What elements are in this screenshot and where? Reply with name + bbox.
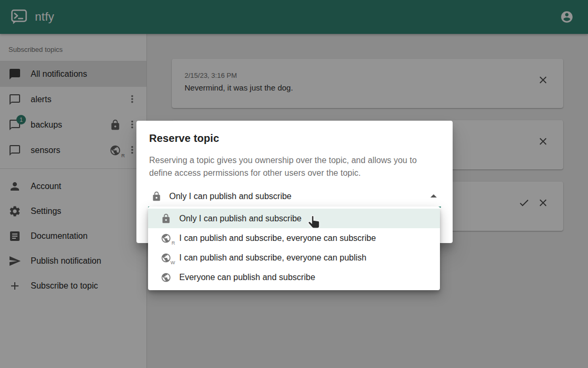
menu-item-label: Only I can publish and subscribe xyxy=(179,214,301,223)
menu-item-everyone-can-publish[interactable]: W I can publish and subscribe, everyone … xyxy=(148,248,440,267)
menu-item-everyone-can-publish-subscribe[interactable]: Everyone can publish and subscribe xyxy=(148,267,440,287)
dialog-title: Reserve topic xyxy=(149,132,440,145)
dialog-description: Reserving a topic gives you ownership ov… xyxy=(149,154,441,179)
globe-icon xyxy=(161,272,171,283)
lock-icon xyxy=(151,191,162,202)
lock-icon xyxy=(161,213,171,224)
access-options-menu: Only I can publish and subscribe R I can… xyxy=(148,207,440,290)
menu-item-label: I can publish and subscribe, everyone ca… xyxy=(179,253,366,263)
chevron-up-icon xyxy=(430,194,437,198)
menu-item-label: Everyone can publish and subscribe xyxy=(179,273,315,282)
globe-read-icon: R xyxy=(161,233,171,244)
access-select-value: Only I can publish and subscribe xyxy=(169,192,291,201)
menu-item-only-i-can-publish-subscribe[interactable]: Only I can publish and subscribe xyxy=(148,209,440,228)
access-select[interactable]: Only I can publish and subscribe xyxy=(149,187,440,205)
globe-write-icon: W xyxy=(161,253,171,263)
menu-item-everyone-can-subscribe[interactable]: R I can publish and subscribe, everyone … xyxy=(148,228,440,248)
menu-item-label: I can publish and subscribe, everyone ca… xyxy=(179,234,376,243)
